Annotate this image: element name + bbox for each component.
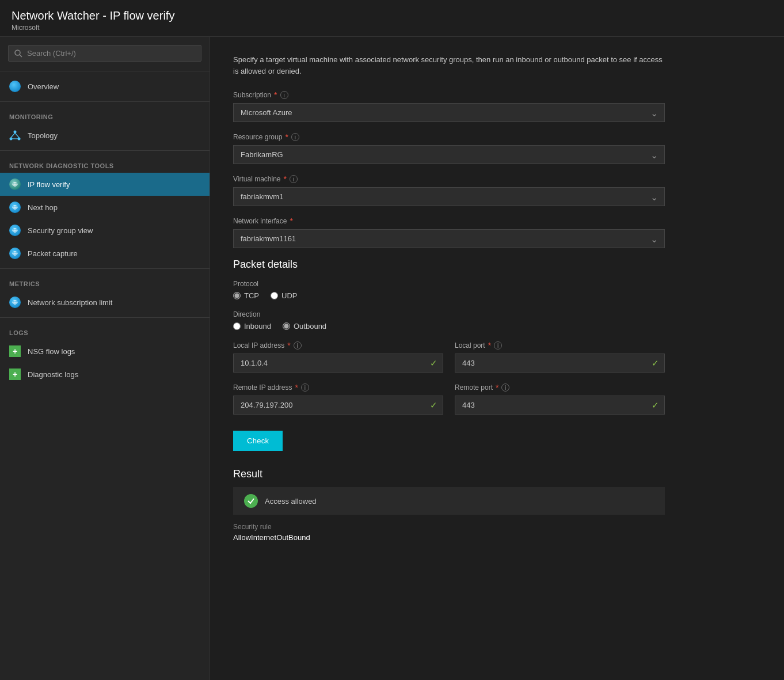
remote-ip-check-icon: ✓: [430, 400, 437, 411]
direction-inbound-radio[interactable]: [233, 322, 241, 330]
search-input[interactable]: [27, 49, 195, 58]
svg-line-6: [15, 133, 19, 138]
result-title: Result: [233, 468, 665, 480]
resource-group-group: Resource group * i FabrikamRG: [233, 132, 665, 164]
packet-icon: [9, 248, 21, 259]
content-area: Specify a target virtual machine with as…: [210, 37, 784, 680]
local-ip-info-icon[interactable]: i: [294, 341, 302, 350]
local-ip-group: Local IP address * i ✓: [233, 341, 443, 373]
remote-port-required: *: [496, 383, 498, 392]
local-row: Local IP address * i ✓ Local port * i ✓: [233, 341, 665, 383]
diagnostic-logs-icon: +: [9, 369, 21, 380]
virtual-machine-group: Virtual machine * i fabriakmvm1: [233, 174, 665, 206]
remote-ip-input-wrapper: ✓: [233, 396, 443, 415]
app-header: Network Watcher - IP flow verify Microso…: [0, 0, 784, 37]
network-subscription-limit-label: Network subscription limit: [28, 298, 112, 307]
protocol-label: Protocol: [233, 280, 665, 288]
topology-label: Topology: [28, 131, 58, 140]
local-port-info-icon[interactable]: i: [494, 341, 502, 350]
check-button[interactable]: Check: [233, 431, 283, 451]
remote-ip-group: Remote IP address * i ✓: [233, 383, 443, 415]
local-port-check-icon: ✓: [652, 358, 659, 369]
direction-radio-group: Inbound Outbound: [233, 322, 665, 330]
vm-select-wrapper[interactable]: fabriakmvm1: [233, 187, 665, 206]
globe-icon: [9, 81, 21, 92]
subscription-info-icon[interactable]: i: [280, 91, 288, 99]
sidebar-item-ip-flow-verify[interactable]: IP flow verify: [0, 173, 210, 196]
nsg-flow-logs-label: NSG flow logs: [28, 347, 75, 356]
local-port-group: Local port * i ✓: [455, 341, 665, 373]
sidebar-item-topology[interactable]: Topology: [0, 124, 210, 147]
result-text: Access allowed: [265, 497, 317, 506]
protocol-tcp-option[interactable]: TCP: [233, 291, 259, 300]
direction-outbound-option[interactable]: Outbound: [283, 322, 326, 330]
remote-port-input[interactable]: [455, 396, 665, 415]
remote-port-input-wrapper: ✓: [455, 396, 665, 415]
overview-label: Overview: [28, 82, 59, 91]
svg-point-2: [14, 131, 17, 134]
vm-info-icon[interactable]: i: [290, 175, 298, 183]
protocol-udp-radio[interactable]: [271, 292, 278, 299]
monitoring-header: MONITORING: [0, 105, 210, 124]
remote-port-info-icon[interactable]: i: [501, 383, 509, 392]
topology-icon: [9, 130, 21, 141]
direction-label: Direction: [233, 310, 665, 318]
resource-group-select-wrapper[interactable]: FabrikamRG: [233, 145, 665, 164]
remote-ip-input[interactable]: [233, 396, 443, 415]
sidebar-item-network-subscription-limit[interactable]: Network subscription limit: [0, 291, 210, 314]
resource-group-label: Resource group * i: [233, 132, 665, 142]
remote-ip-info-icon[interactable]: i: [301, 383, 309, 392]
local-ip-label: Local IP address * i: [233, 341, 443, 350]
network-interface-group: Network interface * fabriakmvm1161: [233, 216, 665, 248]
resource-group-info-icon[interactable]: i: [291, 133, 299, 141]
sidebar-item-security-group-view[interactable]: Security group view: [0, 219, 210, 242]
subscription-select-wrapper[interactable]: Microsoft Azure: [233, 103, 665, 122]
remote-port-group: Remote port * i ✓: [455, 383, 665, 415]
direction-group: Direction Inbound Outbound: [233, 310, 665, 330]
search-box[interactable]: [8, 45, 201, 62]
diagnostic-logs-label: Diagnostic logs: [28, 370, 78, 379]
resource-group-select[interactable]: FabrikamRG: [233, 145, 665, 164]
direction-inbound-option[interactable]: Inbound: [233, 322, 271, 330]
nsg-logs-icon: +: [9, 345, 21, 357]
ni-select-wrapper[interactable]: fabriakmvm1161: [233, 229, 665, 248]
protocol-radio-group: TCP UDP: [233, 291, 665, 300]
protocol-udp-option[interactable]: UDP: [271, 291, 297, 300]
protocol-group: Protocol TCP UDP: [233, 280, 665, 300]
network-interface-label: Network interface *: [233, 216, 665, 226]
virtual-machine-label: Virtual machine * i: [233, 174, 665, 184]
ipflow-icon: [9, 178, 21, 190]
direction-outbound-radio[interactable]: [283, 322, 290, 330]
vm-select[interactable]: fabriakmvm1: [233, 187, 665, 206]
sidebar-item-nsg-flow-logs[interactable]: + NSG flow logs: [0, 340, 210, 363]
local-port-required: *: [488, 341, 491, 350]
subscription-select[interactable]: Microsoft Azure: [233, 103, 665, 122]
sidebar-item-next-hop[interactable]: Next hop: [0, 196, 210, 219]
sidebar-item-overview[interactable]: Overview: [0, 75, 210, 98]
remote-ip-label: Remote IP address * i: [233, 383, 443, 392]
protocol-tcp-label: TCP: [244, 291, 259, 300]
protocol-tcp-radio[interactable]: [233, 292, 241, 299]
sidebar: Overview MONITORING Topology NETWORK DIA…: [0, 37, 210, 680]
packet-details-title: Packet details: [233, 259, 761, 271]
nexthop-icon: [9, 202, 21, 213]
svg-line-1: [20, 55, 22, 57]
local-port-input[interactable]: [455, 354, 665, 373]
direction-outbound-label: Outbound: [294, 322, 326, 330]
local-ip-required: *: [287, 341, 290, 350]
network-diagnostic-header: NETWORK DIAGNOSTIC TOOLS: [0, 154, 210, 173]
local-ip-input[interactable]: [233, 354, 443, 373]
netsub-icon: [9, 297, 21, 308]
resource-group-required: *: [285, 132, 288, 142]
subscription-required: *: [274, 90, 277, 100]
ni-select[interactable]: fabriakmvm1161: [233, 229, 665, 248]
local-port-label: Local port * i: [455, 341, 665, 350]
next-hop-label: Next hop: [28, 203, 58, 212]
security-rule-value: AllowInternetOutBound: [233, 533, 665, 542]
sidebar-item-diagnostic-logs[interactable]: + Diagnostic logs: [0, 363, 210, 386]
security-rule-section: Security rule AllowInternetOutBound: [233, 523, 665, 542]
local-ip-input-wrapper: ✓: [233, 354, 443, 373]
main-layout: Overview MONITORING Topology NETWORK DIA…: [0, 37, 784, 680]
sidebar-item-packet-capture[interactable]: Packet capture: [0, 242, 210, 265]
logs-header: LOGS: [0, 321, 210, 340]
